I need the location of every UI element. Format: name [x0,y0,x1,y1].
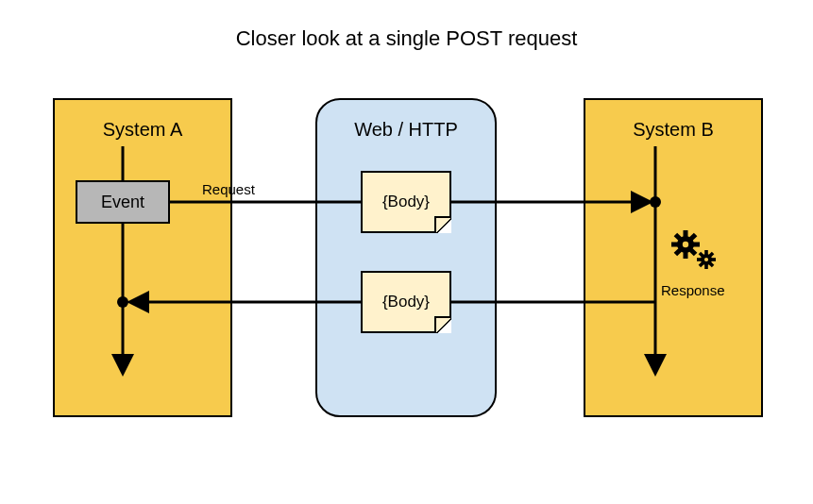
system-a-label: System A [55,119,230,141]
svg-rect-3 [671,243,678,247]
gears-icon [667,226,721,278]
svg-rect-12 [704,264,708,269]
svg-rect-11 [704,250,708,255]
web-http-box: Web / HTTP [315,98,497,417]
svg-rect-1 [684,230,688,237]
response-body-note: {Body} [361,271,451,333]
response-body-text: {Body} [382,293,430,311]
svg-rect-14 [711,258,716,261]
event-box: Event [76,180,170,224]
svg-point-9 [683,242,688,247]
svg-rect-2 [684,252,688,259]
svg-rect-13 [697,258,702,261]
svg-rect-4 [693,243,700,247]
web-http-label: Web / HTTP [317,119,495,141]
svg-point-19 [704,258,708,261]
system-a-box: System A [53,98,232,417]
event-label: Event [101,193,144,212]
response-label: Response [661,282,725,298]
diagram-title: Closer look at a single POST request [0,26,813,51]
request-body-note: {Body} [361,171,451,233]
request-body-text: {Body} [382,193,430,211]
request-label: Request [202,181,255,197]
system-b-label: System B [585,119,761,141]
